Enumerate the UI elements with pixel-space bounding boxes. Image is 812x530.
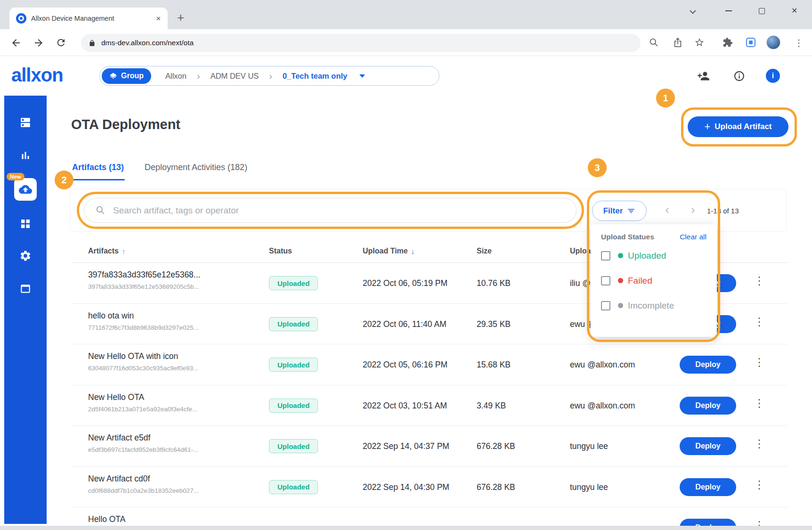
deploy-button[interactable]: Deploy (680, 478, 736, 496)
row-menu-icon[interactable]: ⋮ (754, 315, 765, 328)
upload-artifact-button[interactable]: + Upload Artifact (688, 116, 788, 137)
minimize-button[interactable] (725, 10, 732, 11)
artifact-name: New Artifact cd0f (88, 474, 199, 484)
reload-button[interactable] (56, 37, 66, 48)
filter-option-label: Imcomplete (628, 301, 674, 311)
group-button[interactable]: Group (102, 68, 151, 84)
status-badge: Uploaded (269, 480, 318, 494)
browser-menu-icon[interactable]: ⋮ (794, 37, 804, 49)
status-dot-icon (618, 303, 623, 308)
deploy-button[interactable]: Deploy (680, 519, 736, 526)
row-menu-icon[interactable]: ⋮ (754, 274, 765, 287)
forward-button[interactable] (33, 37, 44, 49)
artifact-name: Hello OTA (88, 514, 125, 524)
share-icon[interactable] (673, 37, 683, 48)
row-menu-icon[interactable]: ⋮ (754, 397, 765, 410)
incomplete-checkbox[interactable] (601, 301, 610, 310)
info-icon[interactable] (733, 70, 745, 82)
artifact-size: 3.49 KB (477, 401, 506, 411)
deploy-button[interactable]: Deploy (680, 437, 736, 455)
pinned-extension-icon[interactable] (746, 38, 755, 47)
group-label: Group (121, 72, 144, 80)
artifact-id: 397fa833a3d33f65e12e53689205c5b... (88, 283, 200, 290)
allxon-favicon-icon (16, 13, 26, 24)
filter-label: Filter (603, 206, 623, 216)
chevron-right-icon: › (269, 71, 272, 82)
uploaded-checkbox[interactable] (601, 251, 610, 261)
search-field[interactable] (84, 198, 577, 223)
help-badge-icon[interactable]: i (766, 69, 780, 83)
breadcrumb-item[interactable]: Allxon (165, 72, 187, 81)
back-button[interactable] (10, 37, 22, 49)
column-header-size: Size (477, 247, 492, 255)
artifact-size: 29.35 KB (477, 319, 511, 329)
bar-chart-icon (19, 149, 32, 162)
zoom-icon[interactable] (649, 38, 659, 48)
breadcrumb-item[interactable]: ADM DEV US (211, 72, 259, 81)
url-bar[interactable]: dms-dev.allxon.com/next/ota (81, 34, 641, 52)
column-header-artifacts[interactable]: Artifacts↑ (88, 247, 125, 255)
deploy-button[interactable]: Deploy (680, 397, 736, 415)
row-menu-icon[interactable]: ⋮ (754, 478, 765, 491)
filter-button[interactable]: Filter (592, 201, 647, 221)
filter-popup-title: Upload Statues (601, 233, 654, 241)
prev-page-icon[interactable]: ‹ (665, 204, 669, 216)
browser-titlebar: Allxon Device Management ✕ + ✕ (0, 0, 812, 29)
sidebar-item-dashboard[interactable] (14, 144, 37, 167)
pagination-label: 1-13 of 13 (707, 207, 739, 215)
status-badge: Uploaded (269, 358, 318, 372)
artifact-id: 7711672f6c7f3d8b9638b9d3297e025... (88, 324, 199, 331)
table-row: New Artifact e5dfe5df3b697c1facfd952eb3f… (71, 426, 788, 467)
status-badge: Uploaded (269, 399, 318, 413)
sidebar-item-settings[interactable] (14, 245, 37, 267)
web-window-icon (19, 283, 32, 295)
breadcrumb-current[interactable]: 0_Tech team only (283, 72, 347, 81)
sidebar-item-devices[interactable] (14, 111, 37, 134)
new-tab-button[interactable]: + (177, 10, 184, 25)
maximize-button[interactable] (759, 8, 765, 14)
search-icon (96, 205, 106, 215)
dropdown-caret-icon[interactable] (359, 74, 365, 78)
failed-checkbox[interactable] (601, 276, 610, 285)
page-title: OTA Deployment (71, 117, 180, 132)
plus-icon: + (704, 122, 710, 132)
upload-time: 2022 Oct 06, 05:19 PM (363, 278, 447, 288)
filter-option-incomplete[interactable]: Imcomplete (591, 293, 717, 318)
page-tabs: Artifacts (13) Deployment Activities (18… (71, 157, 248, 180)
status-dot-icon (618, 253, 623, 258)
deploy-button[interactable]: Deploy (680, 356, 736, 374)
invite-user-icon[interactable] (697, 70, 710, 82)
tab-close-icon[interactable]: ✕ (156, 15, 161, 22)
row-menu-icon[interactable]: ⋮ (754, 437, 765, 450)
column-header-upload-time[interactable]: Upload Time↓ (363, 247, 414, 255)
artifact-name: New Artifact e5df (88, 433, 198, 443)
profile-avatar[interactable] (766, 35, 780, 49)
table-row: New Hello OTA with icon63048077f16d053c3… (71, 344, 788, 385)
filter-option-label: Failed (628, 276, 652, 286)
row-menu-icon[interactable]: ⋮ (754, 356, 765, 369)
status-badge: Uploaded (269, 276, 318, 290)
tab-artifacts[interactable]: Artifacts (13) (71, 157, 125, 180)
filter-option-uploaded[interactable]: Uploaded (591, 243, 717, 268)
bookmark-star-icon[interactable] (694, 37, 705, 48)
tab-deployment-activities[interactable]: Deployment Activities (182) (144, 157, 248, 180)
tab-search-icon[interactable] (687, 6, 699, 18)
sidebar-item-ota[interactable] (14, 178, 37, 201)
new-badge: New (7, 173, 24, 180)
lock-icon (89, 40, 96, 47)
sidebar-item-portal[interactable] (14, 277, 37, 300)
sidebar-item-apps[interactable] (14, 212, 37, 235)
row-menu-icon[interactable]: ⋮ (754, 519, 765, 526)
artifact-size: 15.68 KB (477, 360, 511, 370)
extensions-icon[interactable] (723, 37, 733, 48)
next-page-icon[interactable]: › (691, 204, 695, 216)
browser-window: Allxon Device Management ✕ + ✕ dms-dev.a… (0, 0, 812, 530)
sort-ascending-icon: ↑ (122, 247, 126, 255)
browser-tab[interactable]: Allxon Device Management ✕ (9, 8, 168, 29)
gear-icon (19, 250, 32, 262)
filter-option-failed[interactable]: Failed (591, 268, 717, 293)
close-button[interactable]: ✕ (791, 6, 797, 15)
search-input[interactable] (113, 205, 565, 216)
chevron-right-icon: › (197, 71, 200, 82)
clear-all-link[interactable]: Clear all (680, 233, 706, 241)
